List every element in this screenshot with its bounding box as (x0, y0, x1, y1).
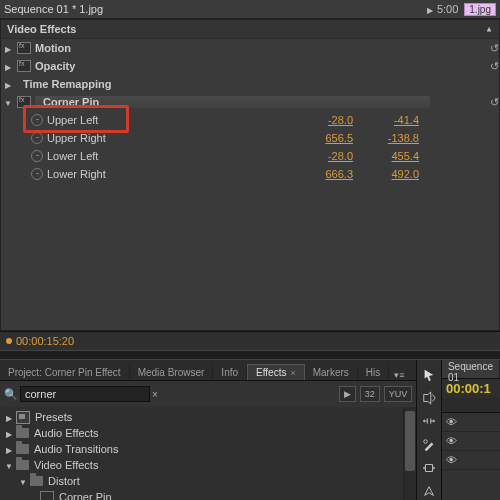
tab-info[interactable]: Info (213, 365, 247, 380)
tab-media-browser[interactable]: Media Browser (130, 365, 214, 380)
clip-tag[interactable]: 1.jpg (464, 3, 496, 16)
track-visibility-icon[interactable]: 👁 (444, 416, 460, 428)
tree-label: Corner Pin (59, 491, 112, 500)
tree-row-video-effects[interactable]: Video Effects (0, 457, 416, 473)
tree-label: Distort (48, 475, 80, 487)
accelerated-badge[interactable]: ▶ (339, 386, 356, 402)
video-track[interactable]: 👁 (442, 413, 500, 432)
track-visibility-icon[interactable]: 👁 (444, 454, 460, 466)
selection-tool-icon[interactable] (420, 366, 438, 383)
disclosure-icon[interactable] (4, 411, 14, 423)
playhead-dot-icon (6, 338, 12, 344)
ripple-tool-icon[interactable] (420, 413, 438, 430)
razor-tool-icon[interactable] (420, 436, 438, 453)
effect-row-opacity[interactable]: Opacity ↺ (1, 57, 499, 75)
effect-row-corner-pin[interactable]: Corner Pin ↺ (1, 93, 499, 111)
effects-tree: Presets Audio Effects Audio Transitions … (0, 407, 416, 500)
search-icon: 🔍 (4, 388, 16, 401)
value-x[interactable]: 656.5 (311, 132, 353, 144)
tab-effects[interactable]: Effects× (247, 364, 305, 380)
tree-row-effect-corner-pin[interactable]: Corner Pin (0, 489, 416, 500)
timecode-bar: 00:00:15:20 (0, 331, 500, 350)
effect-row-motion[interactable]: Motion ↺ (1, 39, 499, 57)
corner-pin-selected[interactable]: Corner Pin (35, 96, 430, 108)
current-timecode[interactable]: 00:00:15:20 (16, 335, 74, 347)
timeline-tools (417, 360, 442, 500)
chevron-up-icon[interactable] (485, 25, 493, 34)
tab-history[interactable]: His (358, 365, 389, 380)
tab-label: Effects (256, 367, 286, 378)
panel-divider[interactable] (0, 350, 500, 360)
disclosure-icon[interactable] (3, 42, 13, 54)
yuv-badge[interactable]: YUV (384, 386, 413, 402)
tab-markers[interactable]: Markers (305, 365, 358, 380)
video-track[interactable]: 👁 (442, 451, 500, 470)
pen-tool-icon[interactable] (420, 483, 438, 500)
fx-toggle-icon[interactable] (17, 60, 31, 72)
video-track[interactable]: 👁 (442, 432, 500, 451)
presets-icon (16, 411, 30, 424)
tab-project[interactable]: Project: Corner Pin Effect (0, 365, 130, 380)
prop-row-upper-left[interactable]: Upper Left -28.0 -41.4 (1, 111, 499, 129)
sequence-duration: 5:00 (433, 3, 462, 15)
effect-name: Motion (35, 42, 71, 54)
value-x[interactable]: -28.0 (311, 114, 353, 126)
value-y[interactable]: -138.8 (377, 132, 419, 144)
close-icon[interactable]: × (290, 368, 295, 378)
prop-row-lower-right[interactable]: Lower Right 666.3 492.0 (1, 165, 499, 183)
stopwatch-icon[interactable] (31, 150, 43, 162)
reset-icon[interactable]: ↺ (490, 96, 499, 109)
video-effects-label: Video Effects (7, 23, 77, 35)
effect-name: Corner Pin (43, 96, 99, 108)
tab-sequence[interactable]: Sequence 01 (442, 360, 500, 378)
effect-row-time-remapping[interactable]: Time Remapping (1, 75, 499, 93)
fx-toggle-icon[interactable] (17, 42, 31, 54)
stopwatch-icon[interactable] (31, 114, 43, 126)
tree-row-audio-transitions[interactable]: Audio Transitions (0, 441, 416, 457)
value-y[interactable]: 455.4 (377, 150, 419, 162)
tree-row-audio-effects[interactable]: Audio Effects (0, 425, 416, 441)
clear-search-icon[interactable]: × (152, 389, 158, 400)
tree-row-presets[interactable]: Presets (0, 409, 416, 425)
track-select-tool-icon[interactable] (420, 389, 438, 406)
disclosure-icon[interactable] (18, 475, 28, 487)
scrollbar-thumb[interactable] (405, 411, 415, 471)
disclosure-icon[interactable] (4, 443, 14, 455)
effect-name: Opacity (35, 60, 75, 72)
tree-scrollbar[interactable] (403, 407, 416, 500)
timeline-timecode[interactable]: 00:00:1 (442, 379, 500, 398)
sequence-header: Sequence 01 * 1.jpg 5:00 1.jpg (0, 0, 500, 19)
fx-toggle-icon[interactable] (17, 96, 31, 108)
tree-row-distort[interactable]: Distort (0, 473, 416, 489)
value-x[interactable]: -28.0 (311, 150, 353, 162)
stopwatch-icon[interactable] (31, 168, 43, 180)
prop-name: Upper Right (47, 132, 106, 144)
panel-tabs: Project: Corner Pin Effect Media Browser… (0, 360, 416, 381)
prop-name: Upper Left (47, 114, 98, 126)
track-visibility-icon[interactable]: 👁 (444, 435, 460, 447)
effects-search-input[interactable] (20, 386, 150, 402)
disclosure-icon[interactable] (3, 78, 13, 90)
timeline-panel: Sequence 01 00:00:1 👁 👁 👁 (442, 360, 500, 500)
disclosure-icon[interactable] (4, 459, 14, 471)
folder-icon (16, 444, 29, 454)
timeline-ruler[interactable] (442, 398, 500, 413)
panel-menu-icon[interactable]: ▾≡ (391, 370, 407, 380)
disclosure-icon[interactable] (3, 60, 13, 72)
prop-row-lower-left[interactable]: Lower Left -28.0 455.4 (1, 147, 499, 165)
bitdepth-badge[interactable]: 32 (360, 386, 380, 402)
disclosure-icon[interactable] (4, 427, 14, 439)
reset-icon[interactable]: ↺ (490, 42, 499, 55)
prop-row-upper-right[interactable]: Upper Right 656.5 -138.8 (1, 129, 499, 147)
effect-controls-panel: Sequence 01 * 1.jpg 5:00 1.jpg Video Eff… (0, 0, 500, 350)
prop-values: 656.5 -138.8 (311, 132, 499, 144)
value-y[interactable]: 492.0 (377, 168, 419, 180)
tree-label: Presets (35, 411, 72, 423)
value-y[interactable]: -41.4 (377, 114, 419, 126)
stopwatch-icon[interactable] (31, 132, 43, 144)
reset-icon[interactable]: ↺ (490, 60, 499, 73)
slip-tool-icon[interactable] (420, 459, 438, 476)
value-x[interactable]: 666.3 (311, 168, 353, 180)
video-effects-header[interactable]: Video Effects (1, 20, 499, 39)
disclosure-icon[interactable] (3, 96, 13, 108)
